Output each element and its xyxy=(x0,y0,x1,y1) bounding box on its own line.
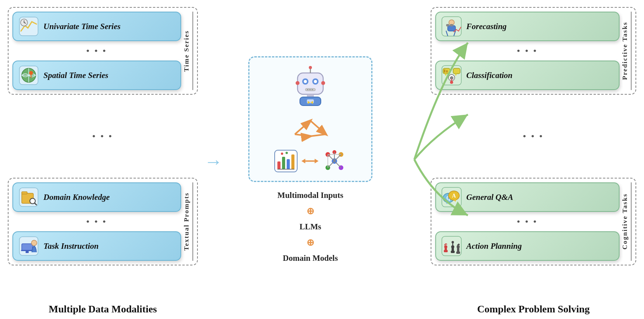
svg-point-19 xyxy=(31,240,37,246)
spatial-label: Spatial Time Series xyxy=(43,71,108,80)
domain-knowledge-card: Domain Knowledge xyxy=(12,182,181,212)
svg-point-44 xyxy=(286,152,288,154)
domain-knowledge-icon xyxy=(19,187,39,207)
qa-icon: Q A xyxy=(441,187,462,207)
textual-section: Domain Knowledge • • • xyxy=(8,178,198,265)
svg-rect-16 xyxy=(22,244,33,251)
action-planning-card: Action Planning xyxy=(435,231,620,261)
bottom-icons-row xyxy=(274,149,346,173)
svg-rect-18 xyxy=(26,251,29,253)
svg-marker-46 xyxy=(301,159,305,163)
section-dots: • • • xyxy=(8,130,198,143)
time-series-cards: Univariate Time Series • • • xyxy=(12,12,181,90)
predictive-section: Forecasting • • • xyxy=(431,7,636,95)
forecasting-icon xyxy=(441,16,462,36)
svg-rect-73 xyxy=(444,69,445,73)
svg-rect-64 xyxy=(446,24,449,26)
svg-point-89 xyxy=(444,245,447,248)
double-arrow-icon xyxy=(301,156,319,166)
spatial-card: Spatial Time Series xyxy=(12,61,181,90)
classification-card: ⊕ Classification xyxy=(435,61,620,90)
time-series-vertical-label: Time Series xyxy=(183,12,193,90)
svg-rect-20 xyxy=(298,73,323,94)
middle-plus2: ⊕ xyxy=(277,234,343,251)
svg-line-55 xyxy=(334,154,341,161)
predictive-cards: Forecasting • • • xyxy=(435,12,620,90)
svg-rect-74 xyxy=(446,70,448,73)
svg-line-54 xyxy=(328,154,334,161)
classification-label: Classification xyxy=(466,71,512,80)
predictive-dashed-box: Forecasting • • • xyxy=(431,7,636,95)
middle-column: Multimodal Inputs ⊕ LLMs ⊕ Domain Models xyxy=(225,7,396,315)
cognitive-dashed-box: Q A General Q&A • • • xyxy=(431,178,636,265)
svg-rect-65 xyxy=(450,24,453,26)
svg-point-97 xyxy=(457,245,460,248)
left-title: Multiple Data Modalities xyxy=(8,300,198,315)
forecasting-label: Forecasting xyxy=(466,22,507,31)
action-planning-icon xyxy=(441,236,462,256)
middle-label-line1: Multimodal Inputs xyxy=(277,188,343,203)
cog-dots: • • • xyxy=(435,215,620,228)
task-instruction-label: Task Instruction xyxy=(43,241,99,251)
flow-arrow: → xyxy=(204,151,223,172)
svg-text:A: A xyxy=(452,193,456,199)
middle-plus1: ⊕ xyxy=(277,203,343,220)
svg-rect-42 xyxy=(291,154,294,169)
svg-point-32 xyxy=(321,81,325,85)
spatial-icon xyxy=(19,65,39,85)
middle-label-line3: Domain Models xyxy=(277,251,343,266)
robot-container xyxy=(289,65,332,108)
svg-point-94 xyxy=(452,241,454,243)
svg-point-30 xyxy=(309,66,312,69)
qa-card: Q A General Q&A xyxy=(435,182,620,212)
textual-vertical-label: Textual Prompts xyxy=(183,182,193,261)
svg-rect-41 xyxy=(287,159,290,169)
svg-point-43 xyxy=(281,153,283,155)
univariate-icon xyxy=(19,16,39,36)
flow-arrow-container: → xyxy=(202,7,225,315)
tp-dots: • • • xyxy=(12,215,181,228)
cognitive-cards: Q A General Q&A • • • xyxy=(435,182,620,261)
left-column: Univariate Time Series • • • xyxy=(8,7,202,315)
arrow-spacer xyxy=(396,7,427,315)
domain-knowledge-label: Domain Knowledge xyxy=(43,192,110,202)
svg-rect-63 xyxy=(448,26,455,31)
svg-rect-12 xyxy=(22,192,27,194)
task-instruction-card: Task Instruction xyxy=(12,231,181,261)
task-instruction-icon xyxy=(19,236,39,256)
svg-rect-40 xyxy=(282,157,285,169)
svg-rect-39 xyxy=(277,161,280,169)
svg-rect-26 xyxy=(307,89,308,90)
predictive-vertical-label: Predictive Tasks xyxy=(621,12,632,90)
action-planning-label: Action Planning xyxy=(466,241,522,251)
right-column: Forecasting • • • xyxy=(427,7,636,315)
svg-line-56 xyxy=(328,161,334,168)
svg-rect-71 xyxy=(453,68,460,74)
svg-point-9 xyxy=(29,71,33,75)
robot-svg xyxy=(289,65,332,108)
univariate-label: Univariate Time Series xyxy=(43,22,121,31)
cognitive-section: Q A General Q&A • • • xyxy=(431,178,636,265)
textual-dashed-box: Domain Knowledge • • • xyxy=(8,178,198,265)
svg-marker-47 xyxy=(315,159,319,163)
svg-point-24 xyxy=(314,80,317,83)
middle-label-line2: LLMs xyxy=(277,220,343,234)
right-section-dots: • • • xyxy=(431,130,636,143)
chart-icon xyxy=(274,150,298,172)
svg-point-23 xyxy=(304,80,307,83)
svg-rect-27 xyxy=(309,89,311,90)
univariate-card: Univariate Time Series xyxy=(12,12,181,41)
qa-label: General Q&A xyxy=(466,192,513,202)
time-series-dashed-box: Univariate Time Series • • • xyxy=(8,7,198,95)
cycling-arrows-svg xyxy=(279,115,341,142)
right-title: Complex Problem Solving xyxy=(431,300,636,315)
time-series-section: Univariate Time Series • • • xyxy=(8,7,198,95)
pred-dots: • • • xyxy=(435,44,620,57)
middle-label-group: Multimodal Inputs ⊕ LLMs ⊕ Domain Models xyxy=(277,188,343,266)
svg-rect-28 xyxy=(312,89,313,90)
forecasting-card: Forecasting xyxy=(435,12,620,41)
svg-point-92 xyxy=(451,245,454,248)
svg-line-57 xyxy=(334,161,341,168)
svg-point-31 xyxy=(296,81,299,85)
svg-point-77 xyxy=(450,81,453,84)
